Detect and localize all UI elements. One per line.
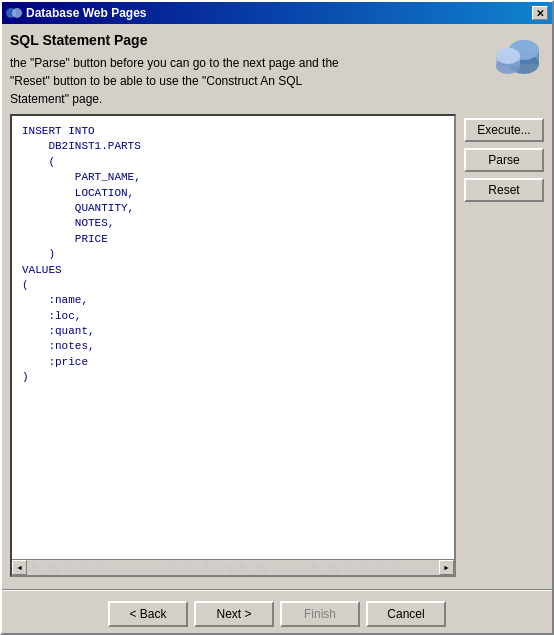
window-title: Database Web Pages: [26, 6, 147, 20]
horizontal-scrollbar: ◄ ►: [12, 559, 454, 575]
page-header-left: SQL Statement Page the "Parse" button be…: [10, 32, 486, 108]
close-button[interactable]: ✕: [532, 6, 548, 20]
finish-button[interactable]: Finish: [280, 601, 360, 627]
scroll-track[interactable]: [28, 561, 438, 575]
scroll-left-button[interactable]: ◄: [12, 560, 27, 575]
reset-button[interactable]: Reset: [464, 178, 544, 202]
sql-text-area[interactable]: INSERT INTO DB2INST1.PARTS ( PART_NAME, …: [12, 116, 454, 559]
footer-divider: [2, 589, 552, 591]
desc-line3: Statement" page.: [10, 92, 102, 106]
back-button[interactable]: < Back: [108, 601, 188, 627]
cancel-button[interactable]: Cancel: [366, 601, 446, 627]
page-header: SQL Statement Page the "Parse" button be…: [10, 32, 544, 108]
sql-content: INSERT INTO DB2INST1.PARTS ( PART_NAME, …: [16, 120, 450, 390]
editor-panel: INSERT INTO DB2INST1.PARTS ( PART_NAME, …: [10, 114, 456, 577]
desc-line2: "Reset" button to be able to use the "Co…: [10, 74, 302, 88]
side-buttons: Execute... Parse Reset: [464, 114, 544, 577]
page-title: SQL Statement Page: [10, 32, 486, 48]
main-window: Database Web Pages ✕ SQL Statement Page …: [0, 0, 554, 635]
svg-point-9: [496, 48, 520, 64]
title-bar: Database Web Pages ✕: [2, 2, 552, 24]
sql-editor-box[interactable]: INSERT INTO DB2INST1.PARTS ( PART_NAME, …: [10, 114, 456, 577]
window-icon: [6, 5, 22, 21]
title-bar-left: Database Web Pages: [6, 5, 147, 21]
content-area: SQL Statement Page the "Parse" button be…: [2, 24, 552, 585]
footer: < Back Next > Finish Cancel: [2, 595, 552, 633]
scroll-right-button[interactable]: ►: [439, 560, 454, 575]
execute-button[interactable]: Execute...: [464, 118, 544, 142]
page-description: the "Parse" button before you can go to …: [10, 54, 486, 108]
database-icon: [494, 32, 544, 82]
parse-button[interactable]: Parse: [464, 148, 544, 172]
desc-line1: the "Parse" button before you can go to …: [10, 56, 339, 70]
main-content: INSERT INTO DB2INST1.PARTS ( PART_NAME, …: [10, 114, 544, 577]
next-button[interactable]: Next >: [194, 601, 274, 627]
svg-point-1: [12, 8, 22, 18]
